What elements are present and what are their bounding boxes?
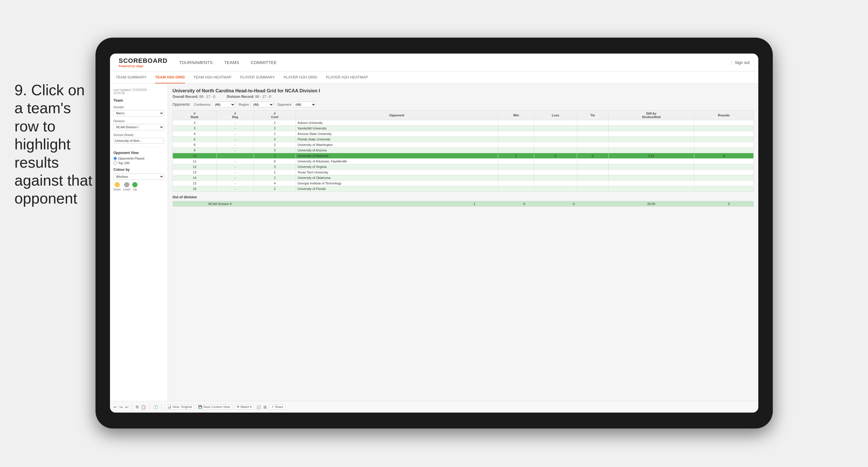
out-division-table: NCAA Division II 1 0 0 26.00 3 <box>173 201 754 207</box>
sign-out-link[interactable]: Sign out <box>735 60 750 65</box>
tab-team-h2h-grid[interactable]: TEAM H2H GRID <box>155 71 185 83</box>
toolbar-sep-1 <box>132 404 132 410</box>
toolbar-icon-2[interactable]: ⊞ <box>264 405 267 409</box>
out-win: 1 <box>450 201 500 207</box>
opponent-view-title: Opponent View <box>114 151 164 155</box>
out-of-division-header: Out of division <box>173 195 754 199</box>
division-record: Division Record: 88 - 17 - 0 <box>227 95 271 99</box>
colour-by-title: Colour by <box>114 168 164 172</box>
conference-select[interactable]: (All) <box>212 101 235 108</box>
table-row[interactable]: 2-1Auburn University <box>173 120 754 126</box>
col-opponent: Opponent <box>296 111 498 120</box>
redo-icon[interactable]: ↪ <box>119 405 123 409</box>
nav-teams[interactable]: TEAMS <box>224 60 239 65</box>
colour-by-select[interactable]: Win/loss <box>114 173 164 180</box>
table-row[interactable]: 12-3University of Virginia <box>173 164 754 170</box>
tab-team-summary[interactable]: TEAM SUMMARY <box>116 71 147 83</box>
table-row[interactable]: 4-1Arizona State University <box>173 131 754 137</box>
legend-down-circle <box>115 182 120 187</box>
tab-team-h2h-heatmap[interactable]: TEAM H2H HEATMAP <box>194 71 231 83</box>
overall-record: Overall Record: 89 - 17 - 0 <box>173 95 215 99</box>
panel-title: University of North Carolina Head-to-Hea… <box>173 88 754 93</box>
legend-down: Down <box>114 182 121 191</box>
logo-area: SCOREBOARD Powered by clippi <box>119 57 167 68</box>
toolbar-sep-2 <box>149 404 150 410</box>
out-loss: 0 <box>499 201 549 207</box>
out-division-row[interactable]: NCAA Division II 1 0 0 26.00 3 <box>173 201 754 207</box>
region-select[interactable]: (All) <box>251 101 274 108</box>
opponent-filter: Opponent (All) <box>277 101 316 108</box>
toolbar-icon-1[interactable]: ⬜ <box>256 405 261 409</box>
nav-items: TOURNAMENTS TEAMS COMMITTEE <box>179 60 731 65</box>
table-row[interactable]: 16-2University of Florida <box>173 186 754 192</box>
content-panel: University of North Carolina Head-to-Hea… <box>168 84 758 413</box>
radio-opponents-played[interactable]: Opponents Played <box>114 157 164 160</box>
tab-player-h2h-grid[interactable]: PLAYER H2H GRID <box>284 71 317 83</box>
table-row[interactable]: 8-2University of Washington <box>173 142 754 148</box>
records-row: Overall Record: 89 - 17 - 0 Division Rec… <box>173 95 754 99</box>
tablet-screen: SCOREBOARD Powered by clippi TOURNAMENTS… <box>110 54 758 413</box>
nav-divider: | <box>731 60 732 65</box>
col-win: Win <box>498 111 534 120</box>
tab-player-h2h-heatmap[interactable]: PLAYER H2H HEATMAP <box>326 71 368 83</box>
table-row[interactable]: 9-3University of Arizona <box>173 148 754 153</box>
table-row[interactable]: 15-4Georgia Institute of Technology <box>173 181 754 186</box>
back-icon[interactable]: ↩ <box>125 405 128 409</box>
legend-up: Up <box>132 182 137 191</box>
logo-scoreboard: SCOREBOARD <box>119 57 167 64</box>
col-rank: #Rank <box>173 111 217 120</box>
radio-top-100[interactable]: Top 100 <box>114 161 164 165</box>
sidebar: Last Updated: 27/03/2024 16:55:38 Team G… <box>110 84 168 413</box>
table-row[interactable]: 11-6University of Arkansas, Fayetteville <box>173 159 754 164</box>
h2h-table: #Rank #Reg #Conf Opponent Win Loss Tie D… <box>173 110 754 192</box>
col-tie: Tie <box>577 111 609 120</box>
out-division-name: NCAA Division II <box>206 201 450 207</box>
region-filter: Region (All) <box>239 101 274 108</box>
save-custom-view-btn[interactable]: 💾 Save Custom View <box>196 404 232 410</box>
instruction-text: 9. Click on a team's row to highlight re… <box>14 81 95 208</box>
main-content: Last Updated: 27/03/2024 16:55:38 Team G… <box>110 84 758 413</box>
out-rounds: 3 <box>704 201 754 207</box>
copy-icon[interactable]: ⧉ <box>136 405 138 409</box>
gender-select[interactable]: Men's <box>114 110 164 116</box>
share-btn[interactable]: ↗ Share <box>269 404 285 410</box>
top-nav: SCOREBOARD Powered by clippi TOURNAMENTS… <box>110 54 758 71</box>
timestamp: Last Updated: 27/03/2024 16:55:38 <box>114 88 164 95</box>
division-select[interactable]: NCAA Division I <box>114 124 164 130</box>
clock-icon[interactable]: 🕐 <box>153 405 158 409</box>
out-diff: 26.00 <box>598 201 704 207</box>
tab-player-summary[interactable]: PLAYER SUMMARY <box>240 71 275 83</box>
view-original-btn[interactable]: 📊 View: Original <box>165 404 194 410</box>
legend-up-circle <box>132 182 137 187</box>
toolbar-sep-3 <box>161 404 162 410</box>
watch-btn[interactable]: 👁 Watch ▾ <box>235 404 254 410</box>
step-number: 9. <box>14 82 27 98</box>
table-row[interactable]: 14-2University of Oklahoma <box>173 175 754 181</box>
col-diff: Diff AvStrokes/Rnd <box>609 111 694 120</box>
opponent-select[interactable]: (All) <box>293 101 316 108</box>
undo-icon[interactable]: ↩ <box>114 405 117 409</box>
paste-icon[interactable]: 📋 <box>141 405 146 409</box>
table-row[interactable]: 6-2Florida State University <box>173 137 754 142</box>
legend-level-circle <box>124 182 129 187</box>
legend-row: Down Level Up <box>114 182 164 191</box>
table-row[interactable]: 3-2Vanderbilt University <box>173 126 754 131</box>
sub-nav: TEAM SUMMARY TEAM H2H GRID TEAM H2H HEAT… <box>110 71 758 84</box>
col-rounds: Rounds <box>694 111 753 120</box>
tablet-frame: SCOREBOARD Powered by clippi TOURNAMENTS… <box>95 38 773 429</box>
logo-powered: Powered by clippi <box>119 64 167 68</box>
col-loss: Loss <box>534 111 577 120</box>
nav-tournaments[interactable]: TOURNAMENTS <box>179 60 213 65</box>
out-tie: 0 <box>549 201 599 207</box>
table-header-row: #Rank #Reg #Conf Opponent Win Loss Tie D… <box>173 111 754 120</box>
nav-committee[interactable]: COMMITTEE <box>251 60 277 65</box>
col-conf: #Conf <box>254 111 296 120</box>
conference-filter: Conference (All) <box>194 101 235 108</box>
table-row[interactable]: 13-1Texas Tech University <box>173 170 754 175</box>
opponents-label: Opponents: <box>173 103 190 107</box>
gender-label: Gender <box>114 106 164 109</box>
table-row[interactable]: 10-5University of Alabama3002.618 <box>173 153 754 159</box>
filter-row: Opponents: Conference (All) Region (All) <box>173 101 754 108</box>
school-display: University of Nort... <box>114 138 164 144</box>
division-label: Division <box>114 119 164 123</box>
